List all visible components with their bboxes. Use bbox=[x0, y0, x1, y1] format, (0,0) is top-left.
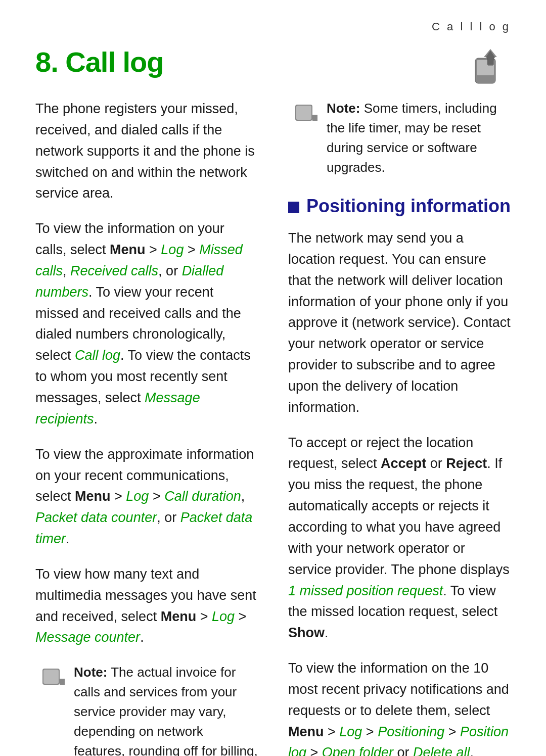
chapter-title: 8. Call log bbox=[35, 45, 511, 78]
section-heading-positioning: Positioning information bbox=[288, 196, 511, 217]
para-approx-info: To view the approximate information on y… bbox=[35, 444, 258, 550]
positioning-para-2: To accept or reject the location request… bbox=[288, 433, 511, 644]
note-icon-2 bbox=[293, 101, 317, 125]
section-heading-square bbox=[288, 202, 299, 213]
note-icon-1 bbox=[40, 665, 65, 689]
para-calls-view: To view the information on your calls, s… bbox=[35, 218, 258, 430]
positioning-para-3: To view the information on the 10 most r… bbox=[288, 658, 511, 756]
note-box-1: Note: The actual invoice for calls and s… bbox=[35, 663, 258, 756]
content-wrapper: The phone registers your missed, receive… bbox=[35, 99, 511, 756]
svg-rect-5 bbox=[43, 670, 59, 684]
note-1-text: Note: The actual invoice for calls and s… bbox=[74, 663, 258, 756]
left-column: The phone registers your missed, receive… bbox=[35, 99, 258, 756]
section-heading-text: Positioning information bbox=[306, 196, 511, 217]
header-chapter-label: C a l l l o g bbox=[432, 20, 511, 33]
svg-rect-9 bbox=[296, 106, 311, 120]
positioning-para-1: The network may send you a location requ… bbox=[288, 228, 511, 418]
para-intro: The phone registers your missed, receive… bbox=[35, 99, 258, 204]
note-box-2: Note: Some timers, including the life ti… bbox=[288, 99, 511, 177]
page-container: C a l l l o g 8. Call log The phone regi… bbox=[0, 0, 546, 756]
para-messages: To view how many text and multimedia mes… bbox=[35, 564, 258, 648]
phone-icon bbox=[465, 45, 511, 86]
right-column: Note: Some timers, including the life ti… bbox=[288, 99, 511, 756]
note-2-text: Note: Some timers, including the life ti… bbox=[327, 99, 511, 177]
